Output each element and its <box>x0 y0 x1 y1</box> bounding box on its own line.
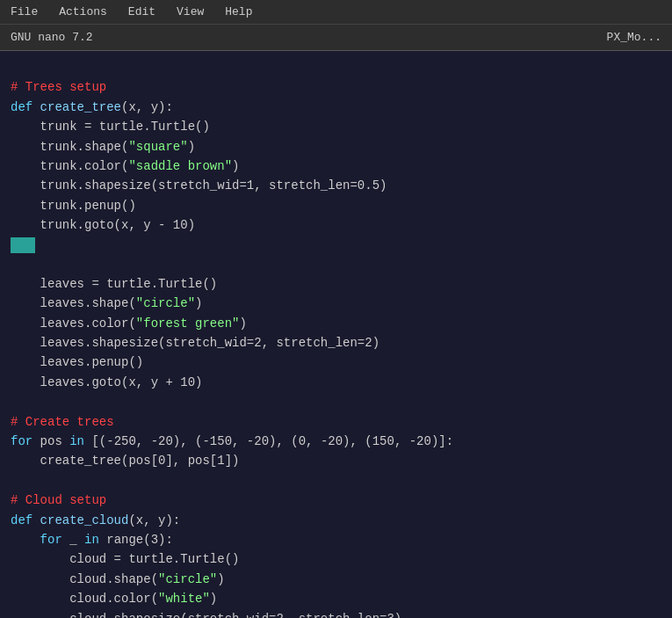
code-line-comment-create-trees: # Create trees <box>11 412 661 432</box>
code-line-cursor <box>11 236 661 255</box>
editor-title-right: PX_Mo... <box>607 31 661 44</box>
code-line-for-range: for _ in range(3): <box>11 530 661 549</box>
code-line <box>11 58 661 77</box>
code-line-comment-trees: # Trees setup <box>11 77 661 97</box>
code-line-comment-cloud: # Cloud setup <box>11 491 661 510</box>
code-line-leaves-turtle: leaves = turtle.Turtle() <box>11 274 661 294</box>
code-line-create-tree-call: create_tree(pos[0], pos[1]) <box>11 451 661 470</box>
menu-actions[interactable]: Actions <box>55 4 111 20</box>
code-line-blank <box>11 255 661 274</box>
code-line-trunk-turtle: trunk = turtle.Turtle() <box>11 117 661 136</box>
code-line-trunk-shapesize: trunk.shapesize(stretch_wid=1, stretch_l… <box>11 176 661 195</box>
code-line-leaves-shapesize: leaves.shapesize(stretch_wid=2, stretch_… <box>11 333 661 353</box>
code-line-leaves-shape: leaves.shape("circle") <box>11 294 661 313</box>
code-line-trunk-penup: trunk.penup() <box>11 196 661 215</box>
code-line-trunk-goto: trunk.goto(x, y - 10) <box>11 215 661 235</box>
code-line-leaves-color: leaves.color("forest green") <box>11 314 661 333</box>
code-line-cloud-turtle: cloud = turtle.Turtle() <box>11 549 661 569</box>
code-line-trunk-shape: trunk.shape("square") <box>11 137 661 156</box>
code-line-leaves-penup: leaves.penup() <box>11 353 661 372</box>
menu-edit[interactable]: Edit <box>125 4 159 20</box>
menu-view[interactable]: View <box>173 4 207 20</box>
code-line-blank3 <box>11 471 661 491</box>
code-line-leaves-goto: leaves.goto(x, y + 10) <box>11 373 661 392</box>
titlebar: GNU nano 7.2 PX_Mo... <box>0 25 672 51</box>
code-editor[interactable]: # Trees setup def create_tree(x, y): tru… <box>0 51 672 618</box>
menu-file[interactable]: File <box>7 4 41 20</box>
menu-help[interactable]: Help <box>221 4 256 20</box>
code-line-for-pos: for pos in [(-250, -20), (-150, -20), (0… <box>11 432 661 451</box>
editor-title-left: GNU nano 7.2 <box>11 31 93 44</box>
code-line-trunk-color: trunk.color("saddle brown") <box>11 156 661 176</box>
code-line-cloud-shape: cloud.shape("circle") <box>11 570 661 589</box>
code-line-def-create-tree: def create_tree(x, y): <box>11 98 661 117</box>
code-line-blank2 <box>11 392 661 411</box>
code-line-def-create-cloud: def create_cloud(x, y): <box>11 511 661 530</box>
cursor <box>11 237 35 253</box>
menubar: File Actions Edit View Help <box>0 0 672 25</box>
code-line-cloud-shapesize: cloud.shapesize(stretch_wid=2, stretch_l… <box>11 609 661 618</box>
code-line-cloud-color: cloud.color("white") <box>11 589 661 608</box>
